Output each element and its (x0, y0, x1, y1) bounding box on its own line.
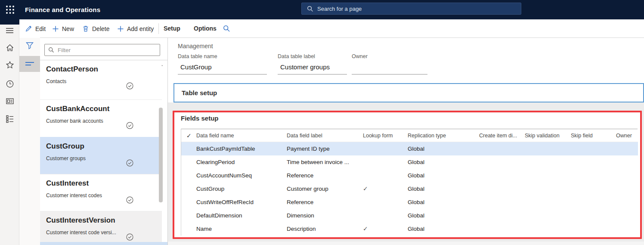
col-skip-field[interactable]: Skip field (571, 129, 593, 142)
replication-type: Global (408, 142, 424, 155)
new-button-label: New (62, 25, 74, 32)
filter-field[interactable] (44, 44, 160, 56)
plus-icon (52, 25, 59, 32)
data-table-label-field: Data table label Customer groups (278, 53, 347, 74)
trash-icon (82, 25, 89, 32)
field-row[interactable]: ClearingPeriodTime between invoice ...Gl… (181, 155, 638, 169)
data-field-label: Reference (287, 169, 313, 182)
add-entity-button[interactable]: Add entity (117, 19, 154, 38)
delete-button-label: Delete (92, 25, 109, 32)
col-lookup-form[interactable]: Lookup form (363, 129, 393, 142)
search-icon[interactable] (223, 25, 230, 32)
entity-list-item[interactable]: CustBankAccountCustomer bank accounts (40, 99, 162, 137)
app-title: Finance and Operations (25, 0, 100, 19)
lookup-form-check-icon: ✓ (363, 182, 368, 195)
entity-description: Customer interest code versi... (46, 229, 116, 236)
data-table-name-field: Data table name CustGroup (178, 53, 267, 74)
data-field-label: Dimension (287, 209, 314, 222)
list-scrollbar-thumb[interactable] (159, 108, 163, 202)
replication-type: Global (408, 182, 424, 195)
entity-name: CustInterestVersion (46, 216, 115, 225)
owner-value[interactable] (352, 62, 427, 74)
list-view-toggle-selected[interactable] (19, 56, 40, 72)
data-table-name-value[interactable]: CustGroup (178, 62, 267, 74)
tab-options[interactable]: Options (194, 19, 217, 38)
col-create-item[interactable]: Create item di... (479, 129, 517, 142)
filter-funnel-icon[interactable] (25, 41, 34, 50)
home-icon[interactable] (6, 43, 14, 52)
data-table-label-label: Data table label (278, 53, 347, 59)
delete-button[interactable]: Delete (82, 19, 109, 38)
search-icon (48, 47, 54, 53)
col-replication-type[interactable]: Replication type (408, 129, 446, 142)
edit-button[interactable]: Edit (25, 19, 46, 38)
col-data-field-label[interactable]: Data field label (287, 129, 322, 142)
select-all-check-icon[interactable]: ✓ (186, 129, 192, 142)
entity-description: Customer interest codes (46, 192, 102, 198)
entity-list-item[interactable]: ContactPersonContacts (40, 60, 162, 99)
field-row[interactable]: CustAccountNumSeqReferenceGlobal (181, 169, 638, 182)
recent-pages-icon[interactable] (6, 97, 14, 105)
search-icon (307, 6, 313, 12)
top-nav-bar: Finance and Operations (0, 0, 644, 19)
replication-type: Global (408, 222, 424, 236)
col-skip-validation[interactable]: Skip validation (525, 129, 560, 142)
entity-name: CustInterest (46, 179, 89, 188)
entity-name: ContactPerson (46, 65, 98, 74)
replication-type: Global (408, 195, 424, 209)
lookup-form-check-icon: ✓ (363, 222, 368, 236)
entity-name: CustBankAccount (46, 105, 109, 113)
list-bottom-partial-item (40, 242, 167, 245)
data-field-label: Customer group (287, 182, 328, 195)
star-icon[interactable] (6, 61, 14, 69)
page-search-input[interactable] (317, 6, 498, 12)
entity-list-item[interactable]: CustGroupCustomer groups (40, 137, 162, 174)
filter-bar (40, 38, 167, 60)
field-row[interactable]: NameDescription✓Global (181, 222, 638, 236)
col-data-field-name[interactable]: Data field name (196, 129, 234, 142)
list-lines-icon (25, 61, 35, 67)
fields-setup-title[interactable]: Fields setup (181, 115, 219, 122)
replication-type: Global (408, 169, 424, 182)
clock-icon[interactable] (6, 80, 14, 88)
pencil-icon (25, 25, 32, 32)
replication-type: Global (408, 155, 424, 169)
data-field-label: Payment ID type (287, 142, 330, 155)
field-row[interactable]: BankCustPaymIdTablePayment ID typeGlobal (181, 142, 638, 155)
entity-description: Contacts (46, 78, 66, 84)
col-owner[interactable]: Owner (616, 129, 632, 142)
page-search-box[interactable] (301, 3, 521, 15)
hamburger-icon[interactable] (6, 27, 14, 34)
fields-grid-header: ✓ Data field name Data field label Looku… (181, 129, 638, 142)
entity-list-item[interactable]: CustInterestCustomer interest codes (40, 174, 162, 211)
plus-icon (117, 25, 124, 32)
check-circle-icon (126, 233, 133, 241)
check-circle-icon (126, 159, 133, 167)
fields-grid: ✓ Data field name Data field label Looku… (181, 129, 638, 236)
hierarchy-list-icon[interactable] (6, 115, 14, 123)
data-field-label: Description (287, 222, 316, 236)
tab-setup[interactable]: Setup (164, 19, 180, 38)
field-row[interactable]: DefaultDimensionDimensionGlobal (181, 209, 638, 222)
new-button[interactable]: New (52, 19, 74, 38)
field-row[interactable]: CustGroupCustomer group✓Global (181, 182, 638, 195)
field-row[interactable]: CustWriteOffRefRecIdReferenceGlobal (181, 195, 638, 209)
data-table-label-value[interactable]: Customer groups (278, 62, 347, 74)
data-table-name-label: Data table name (178, 53, 267, 59)
filter-input[interactable] (58, 47, 152, 53)
check-circle-icon (126, 196, 133, 204)
data-field-name: CustAccountNumSeq (196, 169, 252, 182)
entity-list-item[interactable]: CustInterestVersionCustomer interest cod… (40, 211, 162, 245)
table-setup-section-header[interactable]: Table setup (173, 83, 644, 102)
detail-bottom-strip (168, 242, 644, 245)
toolbar-separator (158, 23, 159, 34)
waffle-menu-icon[interactable] (6, 5, 15, 14)
entity-description: Customer bank accounts (46, 118, 103, 124)
check-circle-icon (126, 82, 133, 90)
left-nav-rail (0, 25, 19, 245)
data-field-label: Reference (287, 195, 313, 209)
entity-list-panel: ContactPersonContactsCustBankAccountCust… (40, 38, 168, 245)
edit-button-label: Edit (35, 25, 46, 32)
table-setup-title: Table setup (182, 89, 217, 96)
replication-type: Global (408, 209, 424, 222)
